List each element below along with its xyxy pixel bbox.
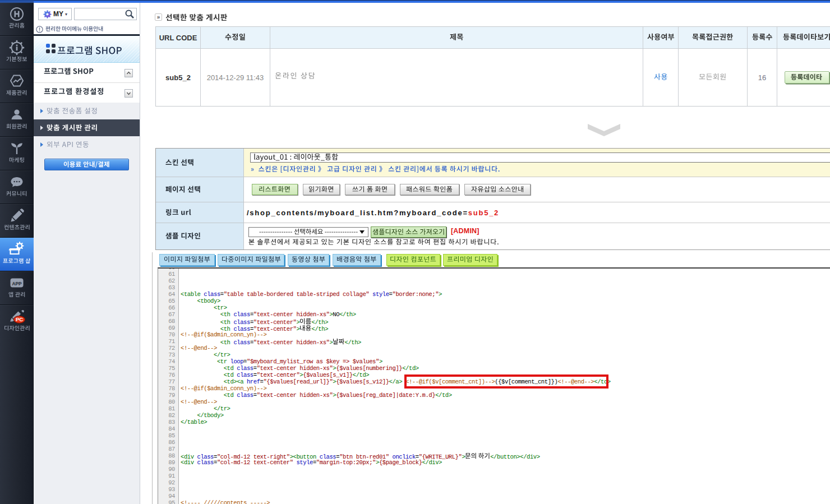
svg-text:APP: APP: [12, 280, 22, 286]
svg-text:PC: PC: [16, 316, 23, 322]
